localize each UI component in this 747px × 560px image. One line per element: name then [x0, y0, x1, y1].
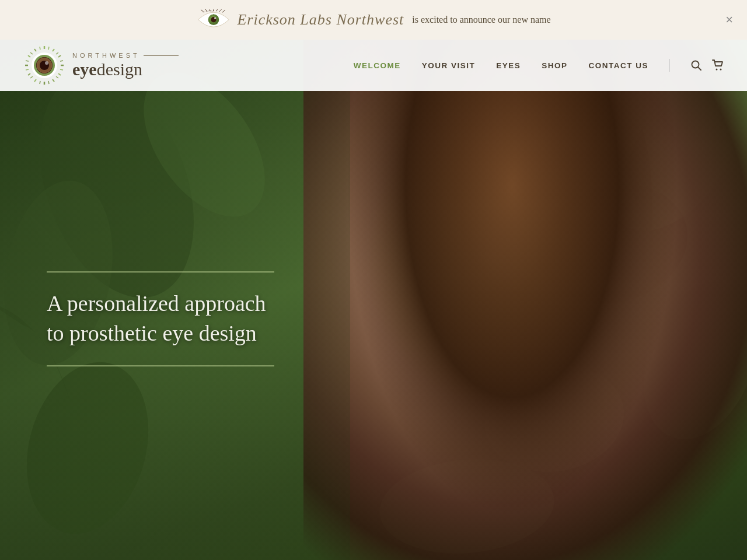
nav-contact-us[interactable]: CONTACT US	[589, 61, 649, 70]
search-icon	[691, 60, 701, 71]
svg-line-35	[40, 81, 40, 84]
logo[interactable]: NORTHWEST eyeeyedesigndesign	[23, 44, 179, 86]
svg-line-23	[34, 49, 36, 51]
svg-line-30	[60, 69, 63, 70]
announce-brand-name: Erickson Labs Northwest	[237, 11, 404, 29]
main-nav: WELCOME YOUR VISIT EYES SHOP CONTACT US	[354, 59, 724, 72]
logo-eyedesign: eyeeyedesigndesign	[72, 60, 179, 79]
svg-line-25	[40, 47, 40, 50]
svg-line-16	[58, 74, 61, 75]
hero-heading-line1: A personalized approach	[47, 291, 266, 316]
announce-logo: Erickson Labs Northwest	[196, 9, 404, 30]
nav-welcome[interactable]: WELCOME	[354, 61, 401, 70]
svg-point-47	[720, 69, 722, 71]
svg-point-43	[45, 61, 48, 65]
cart-button[interactable]	[712, 60, 724, 71]
svg-line-31	[26, 69, 29, 70]
nav-your-visit[interactable]: YOUR VISIT	[422, 61, 476, 70]
svg-line-32	[56, 76, 58, 78]
logo-northwest: NORTHWEST	[72, 52, 179, 59]
cart-icon	[712, 60, 724, 71]
svg-line-26	[56, 52, 58, 54]
hero-bottom-line	[47, 365, 274, 366]
logo-text: NORTHWEST eyeeyedesigndesign	[72, 52, 179, 78]
hero-text-block: A personalized approach to prosthetic ey…	[47, 271, 274, 366]
announce-eye-icon	[196, 9, 231, 30]
nav-icons	[691, 60, 724, 71]
svg-line-34	[48, 81, 49, 84]
svg-line-27	[30, 52, 33, 54]
announce-message: is excited to announce our new name	[412, 15, 550, 25]
svg-line-19	[34, 79, 36, 82]
svg-line-22	[28, 55, 30, 57]
nav-shop[interactable]: SHOP	[542, 61, 567, 70]
svg-line-29	[26, 61, 29, 61]
svg-line-14	[58, 55, 61, 57]
svg-line-33	[30, 76, 33, 78]
svg-point-3	[214, 17, 216, 19]
svg-point-46	[716, 69, 718, 71]
hero-top-line	[47, 271, 274, 272]
logo-eye-icon	[23, 44, 65, 86]
svg-line-45	[698, 67, 701, 70]
search-button[interactable]	[691, 60, 701, 71]
close-announcement-button[interactable]: ×	[725, 13, 733, 26]
svg-line-24	[48, 47, 49, 50]
svg-line-20	[28, 74, 30, 75]
header: NORTHWEST eyeeyedesigndesign WELCOME YOU…	[0, 40, 747, 91]
svg-line-28	[60, 61, 63, 61]
nav-eyes[interactable]: EYES	[496, 61, 521, 70]
svg-line-13	[53, 49, 54, 51]
nav-divider	[669, 59, 670, 72]
hero-section: A personalized approach to prosthetic ey…	[0, 40, 747, 560]
hero-heading: A personalized approach to prosthetic ey…	[47, 289, 274, 349]
announcement-bar: Erickson Labs Northwest is excited to an…	[0, 0, 747, 40]
svg-line-17	[53, 79, 54, 82]
hero-heading-line2: to prosthetic eye design	[47, 321, 257, 346]
hero-person-hair	[338, 40, 700, 560]
